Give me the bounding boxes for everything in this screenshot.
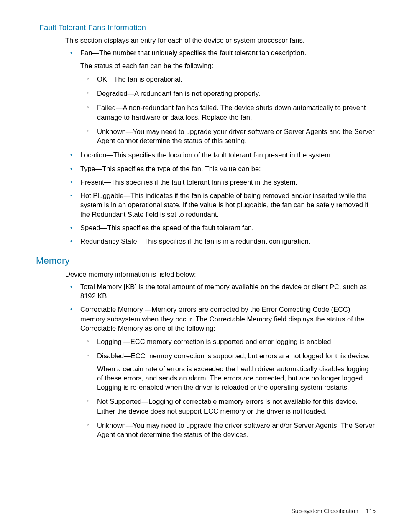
list-item-text: Location—This specifies the location of … xyxy=(80,151,332,159)
sub-list-item: Degraded—A redundant fan is not operatin… xyxy=(82,89,376,98)
document-page: Fault Tolerant Fans Information This sec… xyxy=(0,0,399,532)
list-item-text: Failed—A non-redundant fan has failed. T… xyxy=(97,104,366,121)
intro-fault-tolerant-fans: This section displays an entry for each … xyxy=(65,36,376,45)
sub-list-item: Failed—A non-redundant fan has failed. T… xyxy=(82,103,376,122)
list-item: Type—This specifies the type of the fan.… xyxy=(65,164,376,173)
sub-list-item: Unknown—You may need to upgrade the driv… xyxy=(82,421,376,439)
list-item-text: Hot Pluggable—This indicates if the fan … xyxy=(80,192,368,218)
list-item: Present—This specifies if the fault tole… xyxy=(65,177,376,187)
list-item: Fan—The number that uniquely specifies t… xyxy=(65,48,376,145)
sub-list: Logging —ECC memory correction is suppor… xyxy=(82,337,376,439)
list-item-text: OK—The fan is operational. xyxy=(97,75,182,83)
list-item-text: Correctable Memory —Memory errors are co… xyxy=(80,306,364,332)
list-item-text: Disabled—ECC memory correction is suppor… xyxy=(97,352,370,360)
list-item-text: Degraded—A redundant fan is not operatin… xyxy=(97,90,260,97)
list-item-extra: When a certain rate of errors is exceede… xyxy=(97,364,376,392)
sub-list-item: Logging —ECC memory correction is suppor… xyxy=(82,337,376,346)
list-item-text: Not Supported—Logging of correctable mem… xyxy=(97,398,358,414)
footer-title: Sub-system Classification xyxy=(291,508,358,514)
heading-memory: Memory xyxy=(36,255,376,266)
list-item: Speed—This specifies the speed of the fa… xyxy=(65,223,376,232)
page-footer: Sub-system Classification 115 xyxy=(291,508,376,514)
footer-page-number: 115 xyxy=(366,508,376,514)
list-item-text: Fan—The number that uniquely specifies t… xyxy=(80,49,306,57)
sub-list: OK—The fan is operational.Degraded—A red… xyxy=(82,75,376,146)
list-item: Total Memory [KB] is the total amount of… xyxy=(65,282,376,301)
list-item: Correctable Memory —Memory errors are co… xyxy=(65,305,376,439)
list-item-extra: The status of each fan can be the follow… xyxy=(80,61,376,70)
list-item-text: Type—This specifies the type of the fan.… xyxy=(80,165,261,172)
list-item-text: Total Memory [KB] is the total amount of… xyxy=(80,283,367,300)
sub-list-item: OK—The fan is operational. xyxy=(82,75,376,84)
list-item-text: Speed—This specifies the speed of the fa… xyxy=(80,224,254,231)
sub-list-item: Disabled—ECC memory correction is suppor… xyxy=(82,351,376,392)
list-item-text: Redundancy State—This specifies if the f… xyxy=(80,237,310,245)
list-fault-tolerant-fans: Fan—The number that uniquely specifies t… xyxy=(65,48,376,246)
list-item: Redundancy State—This specifies if the f… xyxy=(65,236,376,246)
heading-fault-tolerant-fans: Fault Tolerant Fans Information xyxy=(39,23,376,32)
sub-list-item: Not Supported—Logging of correctable mem… xyxy=(82,397,376,416)
intro-memory: Device memory information is listed belo… xyxy=(65,270,376,279)
list-item-text: Logging —ECC memory correction is suppor… xyxy=(97,338,333,345)
list-item-text: Unknown—You may need to upgrade the driv… xyxy=(97,421,375,438)
sub-list-item: Unknown—You may need to upgrade your dri… xyxy=(82,127,376,146)
list-item: Hot Pluggable—This indicates if the fan … xyxy=(65,191,376,219)
list-item-text: Unknown—You may need to upgrade your dri… xyxy=(97,128,374,144)
list-item-text: Present—This specifies if the fault tole… xyxy=(80,178,297,186)
list-item: Location—This specifies the location of … xyxy=(65,150,376,159)
list-memory: Total Memory [KB] is the total amount of… xyxy=(65,282,376,439)
